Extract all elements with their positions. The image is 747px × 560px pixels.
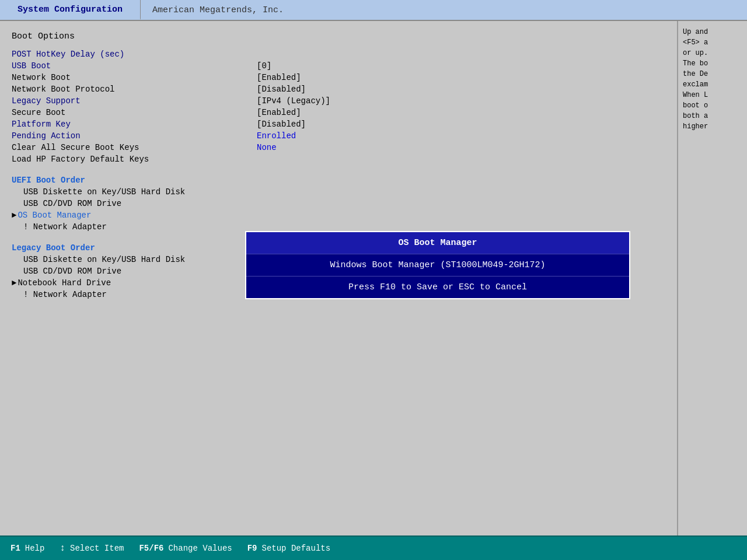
uefi-item-2: USB CD/DVD ROM Drive bbox=[23, 199, 268, 208]
list-item[interactable]: ► OS Boot Manager bbox=[12, 211, 665, 220]
arrow-icon: ► bbox=[12, 278, 16, 288]
legacy-item-4: ! Network Adapter bbox=[23, 290, 268, 299]
legacy-item-1: USB Diskette on Key/USB Hard Disk bbox=[23, 255, 268, 264]
spacer bbox=[12, 290, 23, 299]
tab-system-configuration[interactable]: System Configuration bbox=[0, 0, 141, 20]
item-label-legacy-support: Legacy Support bbox=[12, 96, 257, 106]
item-value-legacy-support: [IPv4 (Legacy)] bbox=[257, 96, 330, 106]
item-value-secure-boot: [Enabled] bbox=[257, 108, 301, 117]
uefi-item-4: ! Network Adapter bbox=[23, 222, 268, 232]
uefi-item-3: OS Boot Manager bbox=[18, 211, 263, 220]
item-label-load-hp-keys: Load HP Factory Default Keys bbox=[12, 155, 257, 164]
uefi-item-1: USB Diskette on Key/USB Hard Disk bbox=[23, 187, 268, 197]
list-item[interactable]: USB CD/DVD ROM Drive bbox=[12, 199, 665, 208]
tab-label: System Configuration bbox=[18, 5, 123, 15]
footer-label-help: Help bbox=[25, 544, 45, 553]
footer-item-help: F1 Help bbox=[6, 544, 55, 553]
spacer bbox=[12, 187, 23, 197]
footer-bar: F1 Help ↕ Select Item F5/F6 Change Value… bbox=[0, 536, 747, 560]
popup-item-os-boot-manager[interactable]: OS Boot Manager bbox=[246, 232, 629, 254]
list-item[interactable]: ! Network Adapter bbox=[12, 222, 665, 232]
item-value-network-boot: [Enabled] bbox=[257, 73, 301, 82]
footer-item-defaults: F9 Setup Defaults bbox=[243, 544, 341, 553]
footer-label-defaults: Setup Defaults bbox=[262, 544, 331, 553]
spacer bbox=[12, 255, 23, 264]
footer-label-select: Select Item bbox=[70, 544, 124, 553]
legacy-item-3: Notebook Hard Drive bbox=[18, 278, 263, 288]
item-label-network-boot: Network Boot bbox=[12, 73, 257, 82]
item-value-clear-keys: None bbox=[257, 143, 277, 152]
item-label-pending-action: Pending Action bbox=[12, 131, 257, 141]
item-value-usb-boot: [0] bbox=[257, 61, 271, 71]
item-label-post-hotkey: POST HotKey Delay (sec) bbox=[12, 50, 257, 59]
list-item[interactable]: POST HotKey Delay (sec) bbox=[12, 50, 665, 59]
legacy-title-label: Legacy Boot Order bbox=[12, 243, 257, 253]
item-label-platform-key: Platform Key bbox=[12, 120, 257, 129]
list-item[interactable]: Secure Boot [Enabled] bbox=[12, 108, 665, 117]
spacer bbox=[12, 199, 23, 208]
header-brand: American Megatrends, Inc. bbox=[141, 0, 747, 20]
legacy-item-2: USB CD/DVD ROM Drive bbox=[23, 267, 268, 276]
uefi-section-title: UEFI Boot Order bbox=[12, 176, 665, 185]
list-item[interactable]: Clear All Secure Boot Keys None bbox=[12, 143, 665, 152]
spacer bbox=[12, 267, 23, 276]
list-item[interactable]: Network Boot Protocol [Disabled] bbox=[12, 85, 665, 94]
footer-key-f1: F1 bbox=[11, 544, 20, 553]
content-area: Boot Options POST HotKey Delay (sec) USB… bbox=[0, 21, 677, 536]
sidebar-text: Up and <F5> a or up. The bo the De excla… bbox=[683, 27, 742, 132]
item-label-usb-boot: USB Boot bbox=[12, 61, 257, 71]
item-value-network-boot-protocol: [Disabled] bbox=[257, 85, 306, 94]
footer-label-values: Change Values bbox=[168, 544, 232, 553]
list-item[interactable]: USB Boot [0] bbox=[12, 61, 665, 71]
list-item[interactable]: Platform Key [Disabled] bbox=[12, 120, 665, 129]
arrow-icon: ► bbox=[12, 211, 16, 220]
item-value-platform-key: [Disabled] bbox=[257, 120, 306, 129]
list-item[interactable]: Network Boot [Enabled] bbox=[12, 73, 665, 82]
footer-item-select: ↕ Select Item bbox=[55, 543, 134, 554]
list-item[interactable]: Pending Action Enrolled bbox=[12, 131, 665, 141]
item-label-clear-keys: Clear All Secure Boot Keys bbox=[12, 143, 257, 152]
boot-order-popup[interactable]: OS Boot Manager Windows Boot Manager (ST… bbox=[245, 231, 630, 299]
footer-item-values: F5/F6 Change Values bbox=[134, 544, 242, 553]
popup-footer: Press F10 to Save or ESC to Cancel bbox=[246, 276, 629, 298]
list-item[interactable]: Legacy Support [IPv4 (Legacy)] bbox=[12, 96, 665, 106]
spacer bbox=[12, 222, 23, 232]
section-title-boot-options: Boot Options bbox=[12, 32, 665, 41]
uefi-title-label: UEFI Boot Order bbox=[12, 176, 257, 185]
footer-key-f5f6: F5/F6 bbox=[139, 544, 163, 553]
boot-options-list: POST HotKey Delay (sec) USB Boot [0] Net… bbox=[12, 50, 665, 164]
sidebar-help: Up and <F5> a or up. The bo the De excla… bbox=[677, 21, 747, 536]
uefi-boot-order-section: UEFI Boot Order USB Diskette on Key/USB … bbox=[12, 176, 665, 232]
list-item[interactable]: USB Diskette on Key/USB Hard Disk bbox=[12, 187, 665, 197]
header-bar: System Configuration American Megatrends… bbox=[0, 0, 747, 21]
up-down-arrows-icon: ↕ bbox=[60, 543, 65, 554]
brand-label: American Megatrends, Inc. bbox=[152, 5, 284, 15]
popup-item-windows-boot-manager[interactable]: Windows Boot Manager (ST1000LM049-2GH172… bbox=[246, 254, 629, 276]
item-value-pending-action: Enrolled bbox=[257, 131, 296, 141]
item-label-network-boot-protocol: Network Boot Protocol bbox=[12, 85, 257, 94]
item-label-secure-boot: Secure Boot bbox=[12, 108, 257, 117]
list-item[interactable]: Load HP Factory Default Keys bbox=[12, 155, 665, 164]
main-area: Boot Options POST HotKey Delay (sec) USB… bbox=[0, 21, 747, 536]
footer-key-f9: F9 bbox=[247, 544, 257, 553]
